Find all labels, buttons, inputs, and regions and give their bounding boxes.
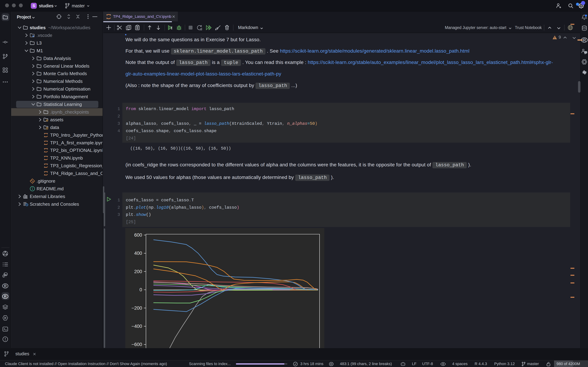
svg-text:R: R: [583, 38, 586, 42]
svg-text:400: 400: [134, 250, 142, 256]
svg-text:−400: −400: [131, 324, 142, 329]
svg-text:200: 200: [134, 269, 142, 274]
svg-text:R: R: [4, 294, 7, 299]
svg-text:−200: −200: [131, 306, 142, 311]
svg-text:600: 600: [134, 233, 142, 238]
svg-text:R: R: [4, 284, 7, 288]
svg-text:−600: −600: [131, 342, 142, 347]
svg-text:0: 0: [139, 287, 142, 292]
